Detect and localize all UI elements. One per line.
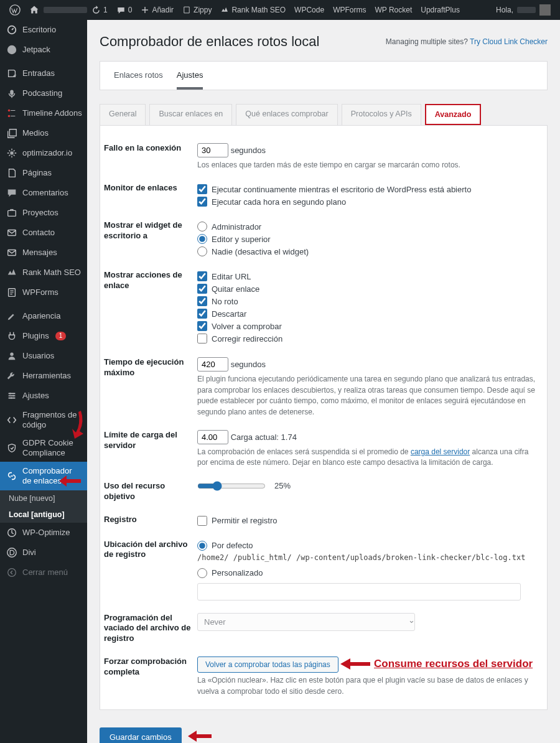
sidebar-item-ajustes[interactable]: Ajustes — [0, 386, 87, 406]
sidebar-item-podcasting[interactable]: Podcasting — [0, 83, 87, 103]
svg-point-14 — [11, 397, 12, 399]
tab-ajustes[interactable]: Ajustes — [177, 62, 203, 90]
sub-item-local[interactable]: Local [antiguo] — [0, 507, 87, 523]
action-edit-url[interactable]: Editar URL — [197, 270, 536, 283]
logfile-custom-input[interactable] — [197, 583, 521, 600]
sidebar-item-wpforms[interactable]: WPForms — [0, 283, 87, 302]
subtab-general[interactable]: General — [100, 104, 146, 125]
row-timeout: Fallo en la conexión segundos Los enlace… — [100, 137, 536, 177]
sidebar-collapse[interactable]: Cerrar menú — [0, 563, 87, 582]
subtab-avanzado[interactable]: Avanzado — [425, 104, 482, 125]
maxtime-input[interactable] — [197, 357, 228, 372]
tb-wprocket[interactable]: WP Rocket — [370, 0, 416, 20]
resource-slider[interactable] — [197, 481, 266, 491]
row-load: Límite de carga del servidor Carga actua… — [100, 424, 536, 475]
sidebar-item-proyectos[interactable]: Proyectos — [0, 203, 87, 223]
monitor-opt-1[interactable]: Ejecutar continuamente mientras el escri… — [197, 183, 536, 195]
tb-wpforms[interactable]: WPForms — [329, 0, 370, 20]
add-new[interactable]: Añadir — [136, 0, 178, 20]
server-load-link[interactable]: carga del servidor — [411, 447, 470, 456]
sidebar-item-contacto[interactable]: Contacto — [0, 223, 87, 243]
row-monitor: Monitor de enlaces Ejecutar continuament… — [100, 177, 536, 214]
schedule-select[interactable]: Never — [197, 613, 415, 631]
svg-point-5 — [8, 115, 11, 118]
svg-rect-9 — [8, 250, 16, 256]
top-tabs: Enlaces rotos Ajustes — [100, 61, 548, 90]
admin-sidebar: Escritorio Jetpack Entradas Podcasting T… — [0, 20, 87, 743]
settings-panel: Fallo en la conexión segundos Los enlace… — [100, 125, 548, 710]
widget-nadie[interactable]: Nadie (desactiva el widget) — [197, 245, 536, 258]
tb-wpcode[interactable]: WPCode — [290, 0, 329, 20]
main-content: Comprobador de enlaces rotos local Manag… — [87, 20, 560, 743]
sidebar-item-herramientas[interactable]: Herramientas — [0, 366, 87, 386]
tab-enlaces-rotos[interactable]: Enlaces rotos — [114, 62, 163, 90]
sidebar-item-comprobador[interactable]: Comprobador de enlaces — [0, 462, 87, 490]
svg-point-16 — [7, 548, 16, 556]
annotation-arrow-icon — [188, 731, 213, 743]
sidebar-item-jetpack[interactable]: Jetpack — [0, 40, 87, 60]
svg-point-17 — [8, 568, 16, 576]
action-corregir[interactable]: Corregir redirección — [197, 332, 536, 345]
user-name-redacted — [517, 7, 536, 13]
tb-rankmath[interactable]: Rank Math SEO — [216, 0, 290, 20]
home-icon[interactable] — [25, 0, 44, 20]
admin-toolbar: 1 0 Añadir Zippy Rank Math SEO WPCode WP… — [0, 0, 560, 20]
site-name-redacted[interactable] — [44, 7, 87, 13]
sidebar-item-usuarios[interactable]: Usuarios — [0, 346, 87, 366]
sidebar-item-divi[interactable]: Divi — [0, 543, 87, 563]
updates-count[interactable]: 1 — [87, 0, 112, 20]
log-enable[interactable]: Permitir el registro — [197, 515, 536, 527]
sub-item-nube[interactable]: Nube [nuevo] — [0, 490, 87, 507]
load-input[interactable] — [197, 430, 228, 444]
sidebar-item-apariencia[interactable]: Apariencia — [0, 306, 87, 326]
sidebar-item-timeline[interactable]: Timeline Addons — [0, 103, 87, 123]
sidebar-item-rankmath[interactable]: Rank Math SEO — [0, 263, 87, 283]
sidebar-item-escritorio[interactable]: Escritorio — [0, 20, 87, 40]
sidebar-item-fragmentos[interactable]: Fragmentos de código — [0, 406, 87, 434]
recheck-all-button[interactable]: Volver a comprobar todas las páginas — [197, 657, 338, 673]
row-force: Forzar comprobación completa Volver a co… — [100, 650, 536, 703]
comments-count[interactable]: 0 — [112, 0, 137, 20]
subtab-protocolos[interactable]: Protocolos y APIs — [342, 104, 421, 125]
managing-sites: Managing multiple sites? Try Cloud Link … — [386, 37, 548, 46]
action-descartar[interactable]: Descartar — [197, 307, 536, 320]
cloud-link[interactable]: Try Cloud Link Checker — [470, 37, 548, 46]
svg-rect-8 — [8, 230, 16, 236]
tb-zippy[interactable]: Zippy — [178, 0, 216, 20]
logfile-custom[interactable]: Personalizado — [197, 567, 536, 579]
wp-logo[interactable] — [5, 0, 25, 20]
sidebar-item-medios[interactable]: Medios — [0, 123, 87, 143]
save-button[interactable]: Guardar cambios — [100, 727, 182, 743]
svg-rect-7 — [8, 210, 16, 216]
widget-editor[interactable]: Editor y superior — [197, 233, 536, 245]
action-volver[interactable]: Volver a comprobar — [197, 320, 536, 332]
sidebar-item-wpoptimize[interactable]: WP-Optimize — [0, 523, 87, 543]
subtab-que-enlaces[interactable]: Qué enlaces comprobar — [236, 104, 337, 125]
sidebar-item-entradas[interactable]: Entradas — [0, 63, 87, 83]
sidebar-item-gdpr[interactable]: GDPR Cookie Compliance — [0, 434, 87, 462]
sidebar-item-optimizador[interactable]: optimizador.io — [0, 143, 87, 163]
widget-admin[interactable]: Administrador — [197, 220, 536, 233]
sidebar-item-mensajes[interactable]: Mensajes — [0, 243, 87, 263]
sidebar-item-paginas[interactable]: Páginas — [0, 163, 87, 183]
svg-point-4 — [8, 110, 11, 112]
tb-updraft[interactable]: UpdraftPlus — [416, 0, 464, 20]
timeout-input[interactable] — [197, 143, 228, 157]
greeting[interactable]: Hola, — [492, 0, 555, 20]
svg-point-11 — [10, 353, 13, 356]
sidebar-item-plugins[interactable]: Plugins1 — [0, 326, 87, 346]
svg-rect-3 — [10, 90, 13, 95]
monitor-opt-2[interactable]: Ejecutar cada hora en segundo plano — [197, 195, 536, 208]
sidebar-submenu: Nube [nuevo] Local [antiguo] — [0, 490, 87, 523]
action-no-roto[interactable]: No roto — [197, 295, 536, 307]
logfile-default[interactable]: Por defecto — [197, 540, 536, 552]
subtab-buscar[interactable]: Buscar enlaces en — [149, 104, 232, 125]
row-schedule: Programación del vaciado del archivo de … — [100, 607, 536, 651]
action-quitar[interactable]: Quitar enlace — [197, 283, 536, 295]
svg-point-12 — [9, 393, 11, 395]
settings-subtabs: General Buscar enlaces en Qué enlaces co… — [100, 104, 548, 125]
annotation-arrow-icon — [340, 658, 371, 671]
sidebar-item-comentarios[interactable]: Comentarios — [0, 183, 87, 203]
row-resource: Uso del recurso objetivo 25% — [100, 475, 536, 508]
svg-point-6 — [10, 151, 13, 154]
